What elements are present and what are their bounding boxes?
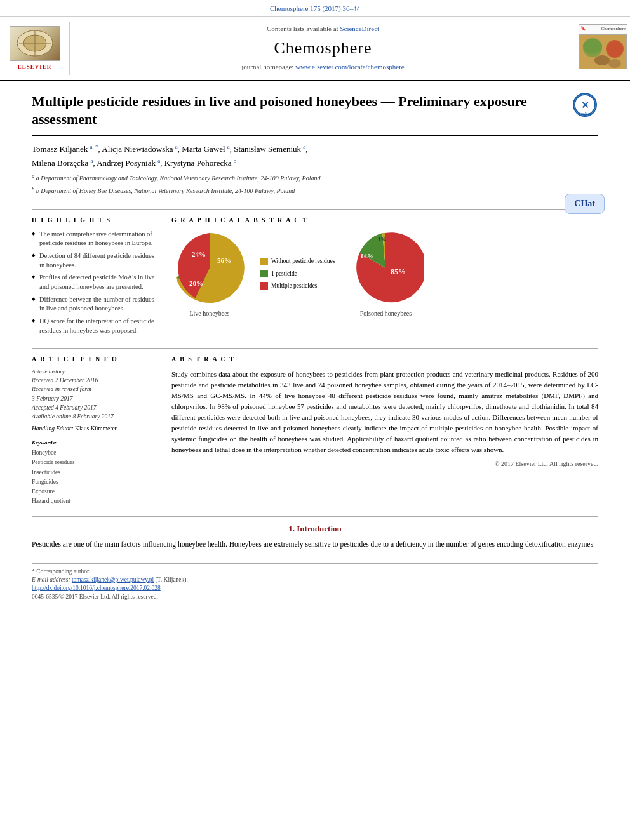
svg-text:1%: 1% xyxy=(378,236,387,243)
svg-text:56%: 56% xyxy=(217,257,231,264)
elsevier-label: ELSEVIER xyxy=(18,63,52,71)
article-history: Article history: Received 2 December 201… xyxy=(32,368,159,422)
handling-editor: Handling Editor: Klaus Kümmerer xyxy=(32,425,159,433)
email-line: E-mail address: tomasz.kiljanek@piwet.pu… xyxy=(32,576,598,584)
doi-line: http://dx.doi.org/10.1016/j.chemosphere.… xyxy=(32,584,598,592)
authors-section: Tomasz Kiljanek a, *, Alicja Niewiadowsk… xyxy=(32,136,598,200)
legend-color-one xyxy=(260,270,268,277)
available-date: Available online 8 February 2017 xyxy=(32,412,159,421)
chart-legend: Without pesticide residues 1 pesticide M… xyxy=(260,257,335,290)
journal-name: Chemosphere xyxy=(274,37,372,60)
svg-text:20%: 20% xyxy=(189,279,203,287)
journal-header: ELSEVIER Contents lists available at Sci… xyxy=(0,17,630,81)
poisoned-pie-label: Poisoned honeybees xyxy=(360,309,412,318)
highlights-header: H I G H L I G H T S xyxy=(32,216,159,225)
highlight-item: Profiles of detected pesticide MoA's in … xyxy=(32,273,159,291)
legend-label-one: 1 pesticide xyxy=(271,270,297,278)
svg-text:CrossMark: CrossMark xyxy=(578,112,593,115)
highlights-graphical-row: H I G H L I G H T S The most comprehensi… xyxy=(32,209,598,339)
svg-point-6 xyxy=(606,40,624,58)
authors-line: Tomasz Kiljanek a, *, Alicja Niewiadowsk… xyxy=(32,142,598,170)
svg-text:85%: 85% xyxy=(391,267,406,276)
sciencedirect-link[interactable]: ScienceDirect xyxy=(340,25,379,32)
received-revised-date: Received in revised form3 February 2017 xyxy=(32,385,159,403)
highlights-list: The most comprehensive determination of … xyxy=(32,230,159,336)
graphical-abstract-content: 56% 20% 24% Live honeybees Without pesti… xyxy=(171,230,598,318)
received-date: Received 2 December 2016 xyxy=(32,376,159,385)
elsevier-logo-image xyxy=(10,26,60,61)
keywords-section: Keywords: Honeybee Pesticide residues In… xyxy=(32,439,159,507)
cover-image xyxy=(579,34,627,69)
legend-item-without: Without pesticide residues xyxy=(260,257,335,265)
crossmark-badge: ✕ CrossMark xyxy=(573,93,598,118)
main-content: Multiple pesticide residues in live and … xyxy=(0,81,630,602)
accepted-date: Accepted 4 February 2017 xyxy=(32,403,159,412)
keywords-label: Keywords: xyxy=(32,439,159,447)
live-pie-label: Live honeybees xyxy=(189,309,229,318)
live-pie-container: 56% 20% 24% Live honeybees xyxy=(171,230,248,318)
abstract-header: A B S T R A C T xyxy=(171,355,598,364)
copyright-text: © 2017 Elsevier Ltd. All rights reserved… xyxy=(171,459,598,469)
graphical-abstract-header: G R A P H I C A L A B S T R A C T xyxy=(171,216,598,225)
highlight-item: HQ score for the interpretation of pesti… xyxy=(32,317,159,335)
intro-section-number: 1. Introduction xyxy=(32,523,598,535)
graphical-abstract-col: G R A P H I C A L A B S T R A C T xyxy=(171,216,598,339)
legend-color-without xyxy=(260,258,268,265)
legend-color-multiple xyxy=(260,282,268,290)
citation: Chemosphere 175 (2017) 36–44 xyxy=(270,4,360,12)
intro-text: Pesticides are one of the main factors i… xyxy=(32,538,598,550)
legend-label-multiple: Multiple pesticides xyxy=(271,282,318,290)
highlight-item: Difference between the number of residue… xyxy=(32,295,159,314)
article-title: Multiple pesticide residues in live and … xyxy=(32,93,573,129)
poisoned-pie-container: 85% 14% 1% Poisoned honeybees xyxy=(347,230,424,318)
affiliation-b: b b Department of Honey Bee Diseases, Na… xyxy=(32,185,598,196)
article-info-section: A R T I C L E I N F O Article history: R… xyxy=(32,355,159,507)
legend-item-one: 1 pesticide xyxy=(260,270,335,278)
footer-note: * Corresponding author. E-mail address: … xyxy=(32,563,598,601)
journal-title-area: Contents lists available at ScienceDirec… xyxy=(70,22,576,74)
chat-bubble[interactable]: CHat xyxy=(565,194,605,214)
svg-text:14%: 14% xyxy=(360,252,374,260)
poisoned-pie-chart: 85% 14% 1% xyxy=(347,230,424,306)
affiliation-a: a a Department of Pharmacology and Toxic… xyxy=(32,173,598,183)
article-title-section: Multiple pesticide residues in live and … xyxy=(32,81,598,136)
doi-link[interactable]: http://dx.doi.org/10.1016/j.chemosphere.… xyxy=(32,585,161,591)
legend-item-multiple: Multiple pesticides xyxy=(260,282,335,290)
highlight-item: The most comprehensive determination of … xyxy=(32,230,159,248)
legend-label-without: Without pesticide residues xyxy=(271,257,335,265)
homepage-line: journal homepage: www.elsevier.com/locat… xyxy=(241,62,404,72)
author-email[interactable]: tomasz.kiljanek@piwet.pulawy.pl xyxy=(72,577,154,583)
homepage-url[interactable]: www.elsevier.com/locate/chemosphere xyxy=(295,63,405,70)
svg-point-8 xyxy=(608,59,621,68)
svg-text:24%: 24% xyxy=(192,250,206,258)
svg-point-5 xyxy=(583,39,602,54)
journal-cover-area: 🔖 Chemosphere xyxy=(576,22,630,74)
live-pie-chart: 56% 20% 24% xyxy=(171,230,248,306)
issn-line: 0045-6535/© 2017 Elsevier Ltd. All right… xyxy=(32,593,598,601)
sciencedirect-line: Contents lists available at ScienceDirec… xyxy=(267,24,379,34)
svg-text:✕: ✕ xyxy=(581,100,589,110)
highlights-col: H I G H L I G H T S The most comprehensi… xyxy=(32,216,159,339)
corresponding-author-note: * Corresponding author. xyxy=(32,568,598,576)
cover-top-labels: 🔖 Chemosphere xyxy=(579,24,627,34)
introduction-section: 1. Introduction Pesticides are one of th… xyxy=(32,516,598,550)
abstract-text: Study combines data about the exposure o… xyxy=(171,369,598,469)
article-info-abstract-row: A R T I C L E I N F O Article history: R… xyxy=(32,348,598,507)
elsevier-logo-area: ELSEVIER xyxy=(0,22,70,74)
article-info-header: A R T I C L E I N F O xyxy=(32,355,159,364)
abstract-col: A B S T R A C T Study combines data abou… xyxy=(171,355,598,507)
article-info-col: A R T I C L E I N F O Article history: R… xyxy=(32,355,159,507)
keywords: Honeybee Pesticide residues Insecticides… xyxy=(32,448,159,506)
highlight-item: Detection of 84 different pesticide resi… xyxy=(32,251,159,270)
svg-point-7 xyxy=(594,55,610,65)
top-bar: Chemosphere 175 (2017) 36–44 xyxy=(0,0,630,17)
